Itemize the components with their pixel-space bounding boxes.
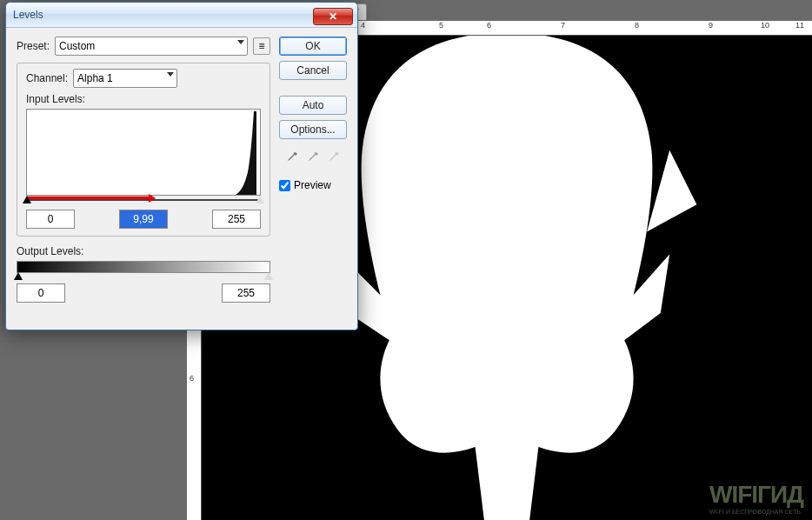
- ruler-tick: 9: [709, 21, 713, 30]
- ok-button[interactable]: OK: [279, 37, 347, 56]
- preset-combo[interactable]: Custom: [55, 37, 248, 56]
- channel-fieldset: Channel: Alpha 1 Input Levels:: [17, 63, 270, 237]
- output-black-field[interactable]: [17, 283, 65, 303]
- preview-text: Preview: [294, 179, 331, 191]
- annotation-arrow: [28, 197, 150, 199]
- levels-dialog: Levels ✕ Preset: Custom ≡ Channel:: [5, 2, 358, 330]
- channel-combo[interactable]: Alpha 1: [73, 69, 177, 88]
- eyedropper-black-icon[interactable]: [284, 150, 300, 165]
- preview-checkbox[interactable]: [279, 180, 290, 191]
- channel-label: Channel:: [26, 72, 68, 84]
- watermark-text: WIFIГИД: [709, 481, 803, 508]
- output-white-field[interactable]: [222, 283, 270, 303]
- watermark: WIFIГИД WI-FI И БЕСПРОВОДНАЯ СЕТЬ: [709, 481, 803, 515]
- watermark-sub: WI-FI И БЕСПРОВОДНАЯ СЕТЬ: [709, 509, 803, 515]
- ruler-tick: 11: [795, 21, 804, 30]
- output-black-handle[interactable]: [14, 272, 23, 280]
- ruler-tick: 7: [561, 21, 565, 30]
- white-point-handle[interactable]: [256, 196, 264, 203]
- histogram[interactable]: [26, 109, 261, 196]
- input-black-field[interactable]: [26, 210, 75, 229]
- ruler-tick: 10: [761, 21, 769, 30]
- ruler-tick: 6: [190, 374, 194, 383]
- channel-value: Alpha 1: [77, 72, 113, 84]
- preset-label: Preset:: [17, 40, 50, 52]
- dialog-title: Levels: [13, 9, 313, 21]
- dialog-titlebar[interactable]: Levels ✕: [6, 3, 357, 28]
- input-gamma-field[interactable]: [119, 210, 168, 229]
- ruler-tick: 8: [635, 21, 639, 30]
- black-point-handle[interactable]: [23, 196, 31, 203]
- chevron-down-icon: [167, 72, 174, 77]
- output-levels-label: Output Levels:: [17, 245, 270, 257]
- ruler-tick: 5: [439, 21, 443, 30]
- preview-checkbox-label[interactable]: Preview: [279, 179, 347, 191]
- eyedropper-gray-icon[interactable]: [305, 150, 321, 165]
- cancel-button[interactable]: Cancel: [279, 61, 347, 80]
- eyedropper-white-icon[interactable]: [326, 150, 342, 165]
- preset-value: Custom: [59, 40, 95, 52]
- ruler-tick: 6: [487, 21, 491, 30]
- output-gradient[interactable]: [17, 261, 270, 273]
- preset-menu-button[interactable]: ≡: [253, 37, 270, 55]
- output-white-handle[interactable]: [264, 272, 273, 280]
- close-button[interactable]: ✕: [313, 8, 353, 25]
- chevron-down-icon: [237, 40, 244, 44]
- options-button[interactable]: Options...: [279, 120, 347, 139]
- auto-button[interactable]: Auto: [279, 96, 347, 115]
- input-slider[interactable]: [26, 196, 261, 206]
- menu-icon: ≡: [258, 40, 264, 52]
- input-white-field[interactable]: [212, 210, 261, 229]
- ruler-tick: 4: [361, 21, 365, 30]
- input-levels-label: Input Levels:: [26, 93, 85, 105]
- close-icon: ✕: [329, 10, 337, 23]
- histogram-curve: [236, 111, 256, 195]
